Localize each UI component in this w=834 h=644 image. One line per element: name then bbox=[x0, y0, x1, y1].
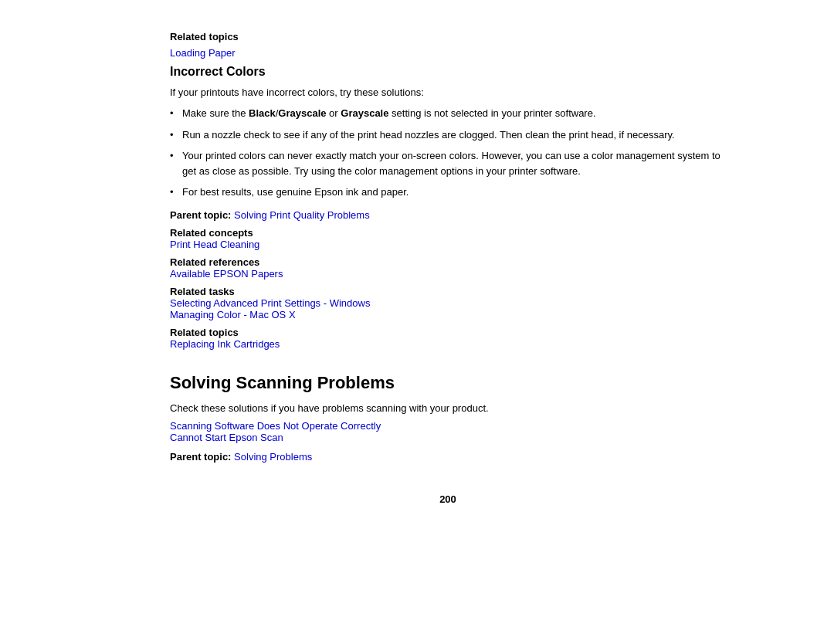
cannot-start-epson-scan-link[interactable]: Cannot Start Epson Scan bbox=[170, 432, 283, 443]
incorrect-colors-heading: Incorrect Colors bbox=[170, 65, 726, 79]
scanning-software-does-not-operate-link[interactable]: Scanning Software Does Not Operate Corre… bbox=[170, 420, 381, 432]
related-tasks-block: Related tasks Selecting Advanced Print S… bbox=[170, 286, 726, 320]
replacing-cartridges-link[interactable]: Replacing Ink Cartridges bbox=[170, 338, 280, 350]
page-container: Related topics Loading Paper Incorrect C… bbox=[0, 0, 834, 644]
selecting-advanced-link-row: Selecting Advanced Print Settings - Wind… bbox=[170, 297, 726, 309]
related-references-block: Related references Available EPSON Paper… bbox=[170, 256, 726, 280]
top-related-topics-block: Related topics Loading Paper bbox=[170, 31, 726, 59]
related-topics-bottom-label-row: Related topics bbox=[170, 327, 726, 338]
top-related-topics-label-row: Related topics bbox=[170, 31, 726, 42]
related-concepts-label: Related concepts bbox=[170, 227, 253, 239]
print-head-cleaning-link-row: Print Head Cleaning bbox=[170, 239, 726, 250]
solving-scanning-section: Solving Scanning Problems Check these so… bbox=[170, 373, 726, 463]
content-area: Related topics Loading Paper Incorrect C… bbox=[170, 31, 726, 505]
bullet-item-1: Make sure the Black/Grayscale or Graysca… bbox=[170, 106, 726, 121]
scanning-software-link-row: Scanning Software Does Not Operate Corre… bbox=[170, 420, 726, 432]
related-references-label-row: Related references bbox=[170, 256, 726, 268]
incorrect-colors-bullets: Make sure the Black/Grayscale or Graysca… bbox=[170, 106, 726, 200]
related-topics-bottom-block: Related topics Replacing Ink Cartridges bbox=[170, 327, 726, 350]
replacing-cartridges-link-row: Replacing Ink Cartridges bbox=[170, 338, 726, 350]
solving-scanning-heading: Solving Scanning Problems bbox=[170, 373, 726, 393]
related-tasks-label-row: Related tasks bbox=[170, 286, 726, 297]
top-related-topics-label: Related topics bbox=[170, 31, 239, 42]
related-concepts-label-row: Related concepts bbox=[170, 227, 726, 239]
available-epson-papers-link[interactable]: Available EPSON Papers bbox=[170, 268, 283, 280]
related-references-label: Related references bbox=[170, 256, 259, 268]
related-tasks-label: Related tasks bbox=[170, 286, 235, 297]
solving-print-quality-link[interactable]: Solving Print Quality Problems bbox=[234, 209, 370, 221]
bullet-item-3: Your printed colors can never exactly ma… bbox=[170, 148, 726, 178]
solving-problems-link[interactable]: Solving Problems bbox=[234, 451, 312, 463]
bullet-item-4: For best results, use genuine Epson ink … bbox=[170, 185, 726, 200]
related-topics-bottom-label: Related topics bbox=[170, 327, 239, 338]
solving-scanning-parent-topic-label: Parent topic: bbox=[170, 451, 231, 463]
print-head-cleaning-link[interactable]: Print Head Cleaning bbox=[170, 239, 259, 250]
managing-color-link[interactable]: Managing Color - Mac OS X bbox=[170, 309, 296, 320]
loading-paper-link[interactable]: Loading Paper bbox=[170, 47, 236, 59]
loading-paper-link-row: Loading Paper bbox=[170, 47, 726, 59]
bullet-item-2: Run a nozzle check to see if any of the … bbox=[170, 127, 726, 143]
page-number: 200 bbox=[170, 493, 726, 505]
incorrect-colors-intro: If your printouts have incorrect colors,… bbox=[170, 86, 726, 98]
bold-grayscale-1: Grayscale bbox=[278, 107, 326, 119]
solving-scanning-intro: Check these solutions if you have proble… bbox=[170, 402, 726, 414]
parent-topic-label: Parent topic: bbox=[170, 209, 231, 221]
related-concepts-block: Related concepts Print Head Cleaning bbox=[170, 227, 726, 250]
managing-color-link-row: Managing Color - Mac OS X bbox=[170, 309, 726, 320]
incorrect-colors-section: Incorrect Colors If your printouts have … bbox=[170, 65, 726, 350]
bold-grayscale-2: Grayscale bbox=[341, 107, 388, 119]
bold-black-grayscale: Black bbox=[249, 107, 276, 119]
cannot-start-epson-scan-link-row: Cannot Start Epson Scan bbox=[170, 432, 726, 443]
solving-scanning-parent-topic-block: Parent topic: Solving Problems bbox=[170, 451, 726, 463]
parent-topic-block: Parent topic: Solving Print Quality Prob… bbox=[170, 209, 726, 221]
available-epson-papers-link-row: Available EPSON Papers bbox=[170, 268, 726, 280]
selecting-advanced-print-settings-link[interactable]: Selecting Advanced Print Settings - Wind… bbox=[170, 297, 370, 309]
